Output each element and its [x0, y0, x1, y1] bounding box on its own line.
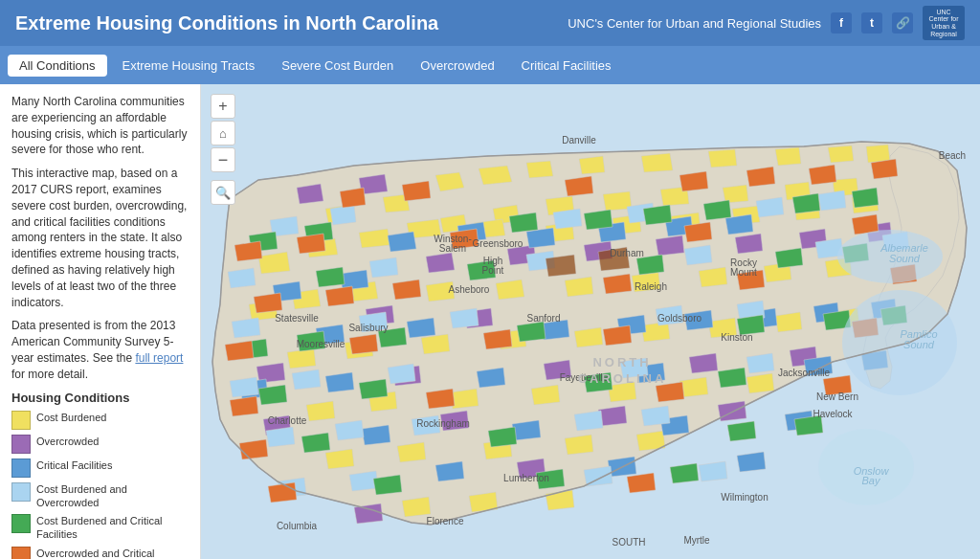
svg-point-211	[842, 290, 957, 395]
svg-marker-149	[509, 212, 538, 233]
map-area[interactable]: + ⌂ − 🔍	[201, 84, 980, 559]
svg-marker-50	[306, 401, 335, 421]
tab-all-conditions[interactable]: All Conditions	[8, 55, 107, 77]
nav-tabs: All Conditions Extreme Housing Tracts Se…	[0, 46, 980, 84]
svg-marker-142	[641, 406, 670, 426]
svg-marker-135	[388, 364, 415, 384]
svg-marker-122	[228, 268, 256, 288]
svg-marker-206	[268, 482, 297, 503]
svg-marker-128	[232, 318, 260, 338]
svg-marker-109	[362, 425, 390, 445]
svg-marker-115	[737, 452, 766, 472]
svg-text:Mount: Mount	[730, 267, 757, 278]
main-content: Many North Carolina communities are expe…	[0, 84, 980, 559]
svg-marker-205	[239, 439, 268, 459]
legend-overcrowded-critical: Overcrowded and Critical Facilities	[11, 547, 189, 559]
svg-text:Bay: Bay	[862, 475, 881, 486]
svg-marker-6	[708, 149, 737, 168]
unc-logo: UNCCenter forUrban &Regional	[923, 6, 965, 40]
svg-text:Charlotte: Charlotte	[268, 415, 307, 426]
svg-marker-207	[627, 473, 656, 493]
svg-marker-146	[699, 461, 727, 481]
svg-marker-202	[426, 389, 455, 409]
svg-marker-113	[435, 461, 464, 481]
svg-text:Sound: Sound	[903, 339, 935, 350]
svg-marker-152	[703, 200, 731, 220]
svg-text:NORTH: NORTH	[592, 355, 651, 369]
legend-label-overcrowded-critical: Overcrowded and Critical Facilities	[36, 547, 189, 559]
svg-marker-186	[297, 234, 325, 254]
svg-marker-70	[656, 235, 684, 256]
svg-marker-133	[230, 377, 258, 397]
svg-text:Myrtle: Myrtle	[683, 535, 710, 546]
full-report-link[interactable]: full report	[135, 351, 183, 365]
svg-text:Durham: Durham	[610, 248, 644, 258]
legend-cost-burdened-overcrowded: Cost Burdened and Overcrowded	[11, 482, 189, 510]
tab-critical-facilities[interactable]: Critical Facilities	[510, 55, 623, 77]
tab-extreme-housing-tracts[interactable]: Extreme Housing Tracts	[111, 55, 267, 77]
svg-marker-196	[225, 341, 254, 361]
svg-text:Asheboro: Asheboro	[449, 284, 490, 295]
svg-marker-138	[266, 427, 295, 447]
critical-facilities-swatch	[11, 458, 31, 478]
zoom-in-button[interactable]: +	[211, 94, 235, 119]
svg-marker-7	[775, 147, 801, 166]
facebook-icon[interactable]: f	[831, 12, 852, 34]
svg-marker-190	[254, 293, 282, 313]
svg-marker-141	[574, 411, 603, 431]
svg-text:Wilmington: Wilmington	[721, 492, 768, 503]
svg-text:Rockingham: Rockingham	[416, 418, 470, 429]
svg-marker-182	[746, 167, 775, 187]
app-header: Extreme Housing Conditions in North Caro…	[0, 0, 980, 46]
svg-marker-170	[718, 368, 746, 388]
svg-marker-177	[670, 463, 699, 483]
unc-attribution: UNC's Center for Urban and Regional Stud…	[568, 16, 821, 31]
sidebar-desc3: Data presented is from the 2013 American…	[11, 318, 189, 382]
svg-text:Columbia: Columbia	[277, 521, 318, 531]
search-button[interactable]: 🔍	[211, 180, 235, 205]
svg-marker-110	[512, 420, 541, 440]
svg-marker-185	[234, 241, 262, 261]
legend-label-overcrowded: Overcrowded	[36, 435, 99, 448]
map-controls: + ⌂ − 🔍	[211, 94, 235, 205]
svg-marker-150	[584, 210, 612, 230]
zoom-out-button[interactable]: −	[211, 147, 235, 172]
svg-marker-3	[526, 161, 553, 178]
tab-severe-cost-burden[interactable]: Severe Cost Burden	[270, 55, 405, 77]
svg-marker-105	[477, 368, 505, 388]
svg-text:Havelock: Havelock	[813, 409, 853, 419]
svg-marker-123	[369, 257, 398, 278]
svg-marker-154	[852, 188, 879, 208]
svg-marker-179	[402, 181, 431, 201]
overcrowded-swatch	[11, 435, 31, 454]
svg-text:SOUTH: SOUTH	[612, 537, 646, 548]
cost-burdened-critical-swatch	[11, 514, 31, 533]
svg-text:Raleigh: Raleigh	[635, 281, 667, 292]
cost-burdened-swatch	[11, 411, 31, 430]
legend-critical-facilities: Critical Facilities	[11, 458, 189, 478]
svg-marker-38	[699, 267, 727, 287]
svg-marker-145	[584, 466, 612, 486]
svg-marker-155	[316, 267, 345, 287]
svg-text:Sanford: Sanford	[526, 313, 560, 324]
svg-text:Statesville: Statesville	[275, 313, 319, 324]
svg-marker-41	[287, 348, 316, 369]
svg-text:New Bern: New Bern	[816, 391, 858, 402]
zoom-home-button[interactable]: ⌂	[211, 121, 235, 145]
svg-marker-43	[421, 334, 450, 354]
svg-marker-5	[641, 153, 673, 172]
link-icon[interactable]: 🔗	[892, 12, 913, 34]
svg-marker-180	[565, 176, 593, 196]
cost-burdened-overcrowded-swatch	[11, 482, 31, 502]
north-carolina-map[interactable]: Danville Winston- Salem Greensboro High …	[201, 84, 980, 559]
svg-marker-58	[397, 442, 426, 462]
svg-marker-171	[301, 433, 330, 453]
svg-marker-184	[871, 159, 898, 179]
svg-marker-96	[407, 318, 435, 338]
svg-marker-60	[565, 435, 593, 455]
svg-marker-53	[531, 385, 560, 405]
svg-marker-67	[426, 253, 455, 273]
tab-overcrowded[interactable]: Overcrowded	[409, 55, 505, 77]
svg-marker-120	[756, 197, 784, 217]
twitter-icon[interactable]: t	[861, 12, 882, 34]
